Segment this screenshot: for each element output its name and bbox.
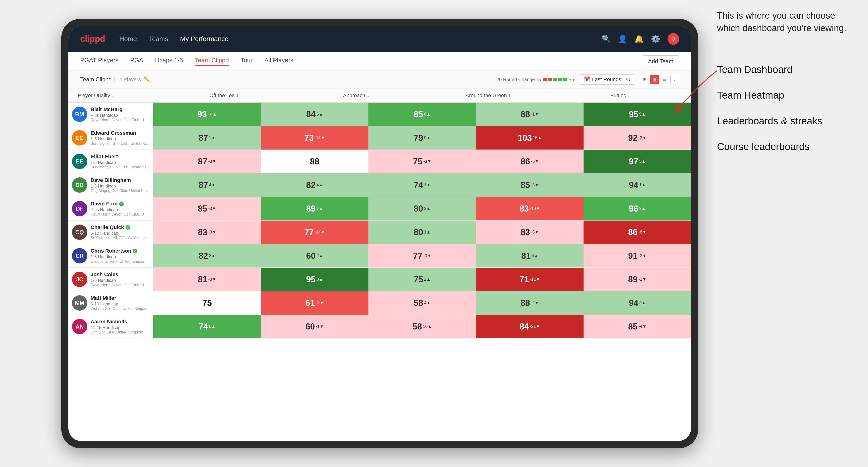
grid-view-button[interactable]: ⊞ [640,75,649,84]
metric-change: -3▼ [423,253,431,258]
metric-cell: 83 -10▼ [476,197,584,220]
heatmap-table: Player Quality ↓ Off the Tee ↓ Approach … [68,88,691,338]
player-club: Woburn Golf Club, United Kingdom [91,307,150,311]
metric-value: 81 [521,251,531,261]
player-avatar: BM [72,106,87,122]
sub-nav: PGAT Players PGA Hcaps 1-5 Team Clippd T… [68,52,691,71]
settings-icon[interactable]: ⚙️ [651,34,660,43]
metric-change: 10▲ [423,324,432,329]
player-name: Blair McHarg [91,106,150,113]
metric-value: 77 [304,227,314,237]
table-row[interactable]: ANAaron Nicholls11-15 HandicapDrift Golf… [68,315,691,338]
verified-icon: ✓ [119,201,124,206]
table-row[interactable]: DFDavid Ford✓Plus HandicapRoyal North De… [68,197,691,220]
player-club: Craigmillar Park, United Kingdom [91,259,150,264]
table-row[interactable]: CRChris Robertson✓1-5 HandicapCraigmilla… [68,244,691,268]
table-row[interactable]: CQCharlie Quick✓6-10 HandicapSt. George'… [68,220,691,244]
metric-value: 85 [414,110,423,119]
metric-cell: 82 4▲ [261,173,368,197]
subnav-tour[interactable]: Tour [241,57,253,66]
nav-my-performance[interactable]: My Performance [180,35,228,43]
player-handicap: 1-5 Handicap [91,136,150,142]
player-info: JCJosh Coles1-5 HandicapRoyal North Devo… [68,268,153,291]
option-course-leaderboards[interactable]: Course leaderboards [717,140,854,154]
metric-value: 73 [304,133,314,143]
player-handicap: 11-15 Handicap [91,325,150,330]
metric-cell: 97 5▲ [584,150,691,173]
metric-change: 7▲ [316,206,323,211]
metric-cell: 86 -6▼ [476,150,584,173]
table-header: Player Quality ↓ Off the Tee ↓ Approach … [68,88,691,102]
metric-change: -6▼ [531,230,539,235]
team-count: | 14 Players [114,76,141,83]
metric-change: 4▲ [424,301,431,305]
profile-icon[interactable]: 👤 [618,34,627,43]
player-details: Josh Coles1-5 HandicapRoyal North Devon … [91,272,150,287]
metric-value: 75 [203,298,212,308]
last-rounds-button[interactable]: 📅 Last Rounds: 20 [579,74,635,85]
metric-value: 94 [629,298,638,308]
metric-value: 85 [628,322,638,332]
subnav-pgat[interactable]: PGAT Players [80,57,118,66]
table-row[interactable]: EEElliot Ebert1-5 HandicapSunningdale Go… [68,150,691,173]
round-change: 20 Round Change -5 +5 [497,77,574,82]
table-row[interactable]: DBDave Billingham1-5 HandicapGog Magog G… [68,173,691,197]
metric-change: 3▲ [639,206,646,211]
subnav-pga[interactable]: PGA [130,57,143,66]
metric-cell: 82 3▲ [153,244,261,268]
metric-change: -10▼ [530,206,540,211]
metric-cell: 88 -2▼ [476,291,584,315]
player-avatar: EC [72,130,87,146]
metric-value: 87 [198,157,207,166]
metric-value: 88 [521,110,530,119]
metric-change: 5▲ [639,159,646,164]
table-row[interactable]: BMBlair McHargPlus HandicapRoyal North D… [68,102,691,126]
subnav-all-players[interactable]: All Players [265,57,293,66]
nav-links: Home Teams My Performance [119,35,601,43]
subnav-team-clippd[interactable]: Team Clippd [195,57,229,66]
option-team-heatmap[interactable]: Team Heatmap [717,88,854,102]
table-row[interactable]: ECEdward Crossman1-5 HandicapSunningdale… [68,126,691,150]
option-team-dashboard[interactable]: Team Dashboard [717,63,854,76]
nav-home[interactable]: Home [119,35,137,43]
metric-value: 75 [413,157,423,166]
search-icon[interactable]: 🔍 [601,34,611,43]
table-row[interactable]: JCJosh Coles1-5 HandicapRoyal North Devo… [68,268,691,291]
player-name: Matt Miller [91,295,150,301]
player-avatar: EE [72,154,87,169]
main-content: Player Quality ↓ Off the Tee ↓ Approach … [68,88,691,441]
nav-teams[interactable]: Teams [149,35,168,43]
player-info: CQCharlie Quick✓6-10 HandicapSt. George'… [68,220,153,244]
metric-cell: 58 10▲ [368,315,476,338]
metric-value: 84 [306,110,316,119]
player-info: MMMatt Miller6-10 HandicapWoburn Golf Cl… [68,291,153,315]
user-avatar[interactable]: U [668,33,679,45]
subnav-hcaps[interactable]: Hcaps 1-5 [155,57,183,66]
metric-change: -3▼ [208,206,216,211]
metric-change: 1▲ [639,183,646,187]
metric-change: 4▲ [316,183,323,187]
metric-cell: 80 3▲ [368,197,476,220]
metric-value: 71 [519,275,529,284]
metric-change: -3▼ [316,301,324,305]
edit-icon[interactable]: ✏️ [144,76,150,83]
metric-change: 9▲ [639,112,646,117]
metric-cell: 86 -8▼ [584,220,691,244]
metric-value: 85 [521,180,530,190]
metric-value: 82 [198,251,208,261]
add-team-button[interactable]: Add Team [642,55,679,67]
metric-change: 8▲ [424,112,431,117]
option-leaderboards[interactable]: Leaderboards & streaks [717,114,854,128]
bell-icon[interactable]: 🔔 [634,34,644,43]
metric-cell: 94 1▲ [584,173,691,197]
player-name: David Ford✓ [91,201,150,207]
player-avatar: DF [72,201,87,216]
table-row[interactable]: MMMatt Miller6-10 HandicapWoburn Golf Cl… [68,291,691,315]
metric-value: 60 [305,322,315,332]
metric-cell: 61 -3▼ [261,291,368,315]
verified-icon: ✓ [125,225,130,230]
metric-cell: 77 -3▼ [368,244,476,268]
metric-change: 6▲ [316,112,323,117]
player-handicap: Plus Handicap [91,207,150,212]
metric-change: -8▼ [639,230,647,235]
